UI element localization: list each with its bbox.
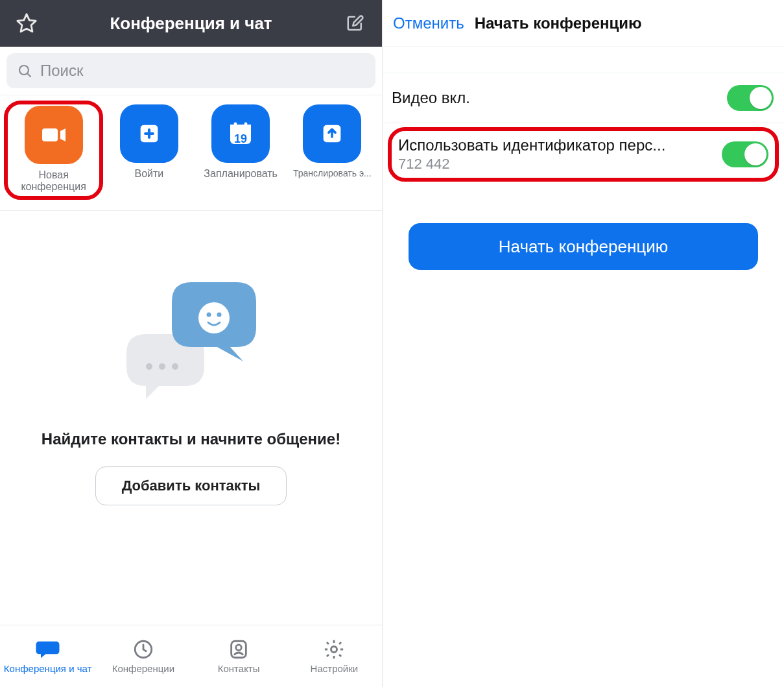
add-contacts-button[interactable]: Добавить контакты bbox=[95, 466, 287, 505]
setting-video-on: Видео вкл. bbox=[383, 73, 784, 123]
tab-chat[interactable]: Конференция и чат bbox=[0, 625, 95, 687]
tab-label: Настройки bbox=[311, 663, 359, 674]
toggle-use-pmi[interactable] bbox=[722, 141, 768, 167]
search-icon bbox=[17, 63, 32, 78]
action-label: Войти bbox=[134, 168, 163, 180]
svg-point-15 bbox=[172, 363, 178, 370]
action-label: Запланировать bbox=[204, 168, 278, 180]
svg-point-11 bbox=[244, 123, 248, 126]
chat-illustration bbox=[113, 282, 269, 412]
chat-icon bbox=[35, 638, 61, 660]
action-share-screen[interactable]: Транслировать э... bbox=[287, 101, 378, 200]
svg-point-13 bbox=[146, 363, 152, 370]
calendar-icon: 19 bbox=[211, 104, 270, 163]
action-join[interactable]: Войти bbox=[103, 101, 195, 200]
search-field[interactable] bbox=[6, 53, 375, 88]
tab-contacts[interactable]: Контакты bbox=[191, 625, 287, 687]
start-meeting-button[interactable]: Начать конференцию bbox=[409, 223, 758, 270]
tab-label: Конференция и чат bbox=[4, 663, 92, 674]
calendar-day: 19 bbox=[234, 132, 247, 146]
search-container bbox=[0, 47, 382, 95]
video-icon bbox=[25, 106, 83, 164]
action-label: Транслировать э... bbox=[293, 168, 372, 178]
cancel-button[interactable]: Отменить bbox=[393, 14, 464, 32]
setting-label: Использовать идентификатор перс... bbox=[398, 136, 714, 154]
tab-label: Контакты bbox=[218, 663, 260, 674]
svg-marker-0 bbox=[18, 14, 36, 32]
svg-rect-3 bbox=[42, 128, 58, 141]
gear-icon bbox=[323, 638, 345, 660]
left-pane: Конференция и чат Новая конференция Войт… bbox=[0, 0, 383, 687]
plus-icon bbox=[120, 104, 178, 163]
pmi-value: 712 442 bbox=[398, 156, 714, 173]
svg-marker-4 bbox=[60, 128, 65, 141]
quick-actions: Новая конференция Войти 19 Запланировать… bbox=[0, 95, 382, 211]
svg-point-22 bbox=[331, 646, 337, 652]
compose-icon[interactable] bbox=[342, 10, 369, 37]
svg-point-17 bbox=[206, 312, 211, 317]
svg-point-21 bbox=[236, 645, 242, 651]
action-new-meeting[interactable]: Новая конференция bbox=[4, 101, 103, 200]
page-title: Конференция и чат bbox=[40, 14, 342, 34]
upload-icon bbox=[303, 104, 361, 163]
empty-headline: Найдите контакты и начните общение! bbox=[42, 430, 340, 448]
right-header: Отменить Начать конференцию bbox=[383, 0, 784, 47]
tab-label: Конференции bbox=[112, 663, 174, 674]
svg-point-14 bbox=[159, 363, 165, 370]
svg-point-10 bbox=[234, 123, 237, 126]
modal-title: Начать конференцию bbox=[475, 14, 774, 32]
left-header: Конференция и чат bbox=[0, 0, 382, 47]
setting-label: Видео вкл. bbox=[392, 89, 719, 107]
clock-icon bbox=[132, 638, 154, 660]
tab-settings[interactable]: Настройки bbox=[287, 625, 382, 687]
tab-bar: Конференция и чат Конференции Контакты Н… bbox=[0, 625, 382, 687]
search-input[interactable] bbox=[40, 62, 365, 80]
svg-point-18 bbox=[217, 312, 221, 317]
svg-rect-9 bbox=[230, 125, 251, 130]
empty-state: Найдите контакты и начните общение! Доба… bbox=[0, 211, 382, 625]
action-label: Новая конференция bbox=[12, 169, 96, 193]
toggle-video-on[interactable] bbox=[727, 85, 774, 111]
action-schedule[interactable]: 19 Запланировать bbox=[195, 101, 287, 200]
star-icon[interactable] bbox=[13, 10, 40, 37]
svg-line-2 bbox=[27, 73, 30, 77]
svg-point-16 bbox=[198, 302, 230, 333]
contacts-icon bbox=[228, 638, 250, 660]
tab-meetings[interactable]: Конференции bbox=[95, 625, 191, 687]
setting-use-pmi: Использовать идентификатор перс... 712 4… bbox=[388, 127, 779, 182]
right-pane: Отменить Начать конференцию Видео вкл. И… bbox=[383, 0, 784, 687]
